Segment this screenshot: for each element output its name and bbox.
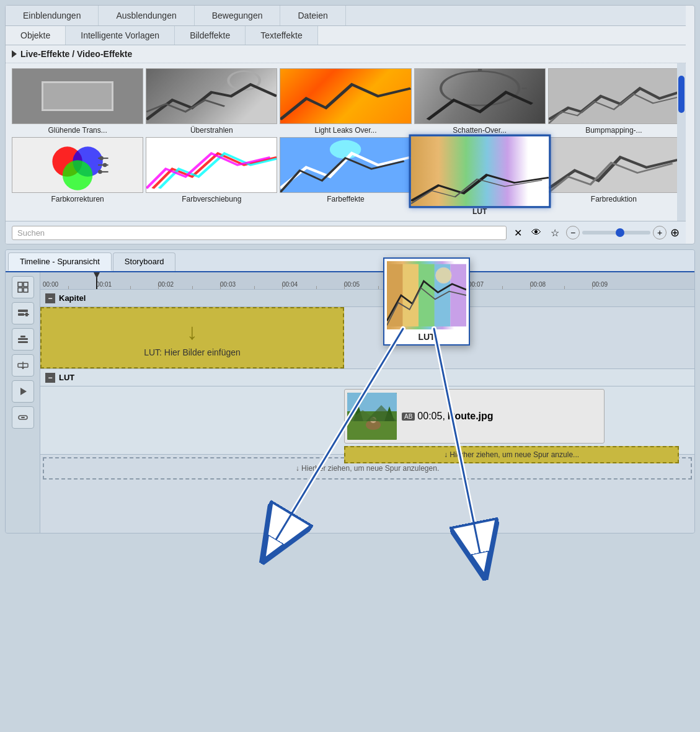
ruler-00-08: 00:08 (530, 281, 546, 288)
zoom-icon[interactable]: ⊕ (670, 226, 680, 239)
effect-ueberstrahlen[interactable]: Überstrahlen (146, 68, 277, 135)
add-track-btn[interactable] (12, 302, 34, 324)
effect-schatten[interactable]: Schatten-Over... (414, 68, 546, 135)
effect-farbkorrekturen[interactable]: Farbkorrekturen (12, 137, 143, 216)
zoom-in-button[interactable]: + (653, 226, 667, 239)
svg-point-6 (63, 160, 92, 190)
tab-bewegungen[interactable]: Bewegungen (195, 6, 281, 25)
top-panel: Einblendungen Ausblendungen Bewegungen D… (5, 5, 695, 244)
tab-dateien[interactable]: Dateien (280, 6, 345, 25)
timeline-tabs: Timeline - Spuransicht Storyboard (6, 250, 694, 272)
timeline-ruler: 00:00 00:01 00:02 00:03 00:04 00:05 00:0… (40, 272, 694, 290)
effect-lut[interactable]: LUT (414, 137, 546, 216)
lut-track-label: − LUT (40, 369, 694, 386)
link-btn[interactable] (12, 406, 34, 429)
effect-farbreduktion[interactable]: Farbreduktion (548, 137, 680, 216)
star-icon[interactable]: ☆ (547, 225, 562, 240)
effect-label-ueberstrahlen: Überstrahlen (190, 126, 233, 135)
ruler-00-00: 00:00 (43, 281, 58, 288)
zoom-out-button[interactable]: − (566, 226, 580, 239)
scrollbar-track[interactable] (677, 63, 686, 221)
effect-label-lightleaks: Light Leaks Over... (314, 126, 376, 135)
lut-clip-info: AB 00:05, Route.jpg (402, 411, 494, 422)
scrollbar-thumb[interactable] (678, 76, 684, 113)
ruler-00-01: 00:01 (96, 281, 112, 288)
zoom-slider: − + (566, 226, 667, 239)
effect-farbeffekte[interactable]: Farbeffekte (280, 137, 411, 216)
tab-texteffekte[interactable]: Texteffekte (246, 26, 317, 45)
effect-label-farbkorrekturen: Farbkorrekturen (51, 195, 104, 203)
kapitel-track-label: − Kapitel (40, 290, 694, 307)
collapse-triangle[interactable] (12, 50, 17, 58)
timeline-toolbar (6, 272, 40, 533)
tab-storyboard[interactable]: Storyboard (113, 252, 176, 271)
effect-bumpmapping[interactable]: Bumpmapping-... (548, 68, 680, 135)
kapitel-track-content: ↓ LUT: Hier Bilder einfügen (40, 307, 694, 368)
split-btn[interactable] (12, 354, 34, 377)
svg-rect-22 (18, 338, 28, 340)
layers-btn[interactable] (12, 328, 34, 350)
ruler-minor-4 (254, 286, 255, 289)
svg-rect-30 (21, 417, 25, 418)
eye-icon[interactable]: 👁 (529, 225, 544, 240)
ruler-minor-8 (502, 286, 503, 289)
effect-lightleaks[interactable]: Light Leaks Over... (280, 68, 411, 135)
svg-rect-23 (18, 341, 28, 343)
lut-clip[interactable]: AB 00:05, Route.jpg (344, 389, 605, 444)
lut-popup: LUT (383, 257, 470, 346)
tab-objekte[interactable]: Objekte (6, 26, 66, 45)
lut-popup-thumb (387, 261, 466, 329)
tab-timeline-spuransicht[interactable]: Timeline - Spuransicht (8, 252, 112, 271)
ruler-00-09: 00:09 (592, 281, 608, 288)
effect-label-farbverschiebung: Farbverschiebung (182, 195, 241, 203)
slider-track[interactable] (582, 231, 650, 234)
svg-point-45 (436, 267, 452, 283)
play-btn[interactable] (12, 380, 34, 403)
effect-gluehende[interactable]: Glühende Trans... (12, 68, 143, 135)
ruler-00-05: 00:05 (344, 281, 360, 288)
playhead[interactable] (96, 272, 97, 290)
svg-marker-27 (21, 367, 25, 369)
tab-ausblendungen[interactable]: Ausblendungen (99, 6, 194, 25)
tab-intelligente-vorlagen[interactable]: Intelligente Vorlagen (66, 26, 175, 45)
lut-track-content: AB 00:05, Route.jpg ↓ Hierher ziehen, um… (40, 386, 694, 454)
effect-label-lut: LUT (472, 207, 487, 216)
ruler-00-07: 00:07 (468, 281, 484, 288)
tab-bildeffekte[interactable]: Bildeffekte (175, 26, 246, 45)
effect-farbverschiebung[interactable]: Farbverschiebung (146, 137, 277, 216)
lut-drop-zone-text: ↓ Hierher ziehen, um neue Spur anzule... (444, 450, 579, 459)
svg-rect-17 (24, 288, 28, 292)
lut-insert-zone[interactable]: ↓ LUT: Hier Bilder einfügen (40, 307, 344, 368)
ab-badge: AB (402, 413, 415, 421)
kapitel-content-row: ↓ LUT: Hier Bilder einfügen (40, 307, 694, 369)
ruler-minor-2 (130, 286, 131, 289)
lut-track-row: AB 00:05, Route.jpg ↓ Hierher ziehen, um… (40, 386, 694, 455)
timeline-body: 00:00 00:01 00:02 00:03 00:04 00:05 00:0… (6, 272, 694, 533)
ruler-minor-5 (316, 286, 317, 289)
timeline-main: 00:00 00:01 00:02 00:03 00:04 00:05 00:0… (40, 272, 694, 533)
lut-minus-btn[interactable]: − (45, 373, 55, 383)
svg-rect-19 (18, 313, 24, 316)
tab-row-1: Einblendungen Ausblendungen Bewegungen D… (6, 6, 686, 26)
effect-label-farbreduktion: Farbreduktion (591, 195, 637, 203)
svg-rect-18 (18, 310, 28, 312)
effects-grid: Glühende Trans... Überstrahlen (6, 63, 686, 221)
svg-point-12 (98, 170, 102, 174)
kapitel-minus-btn[interactable]: − (45, 293, 55, 303)
clear-icon[interactable]: ✕ (510, 225, 525, 240)
grid-icon-btn[interactable] (12, 276, 34, 298)
insert-arrow-icon: ↓ (187, 319, 198, 345)
svg-rect-24 (20, 336, 25, 337)
bottom-drop-zone-text: ↓ Hierher ziehen, um neue Spur anzulegen… (296, 464, 439, 473)
search-input[interactable]: Suchen (12, 226, 507, 240)
ruler-00-03: 00:03 (220, 281, 236, 288)
slider-thumb (616, 228, 624, 237)
effect-label-farbeffekte: Farbeffekte (327, 195, 364, 203)
tab-einblendungen[interactable]: Einblendungen (6, 6, 99, 25)
svg-rect-14 (18, 282, 22, 287)
ruler-minor-3 (192, 286, 193, 289)
svg-rect-16 (18, 288, 22, 292)
lut-drop-zone[interactable]: ↓ Hierher ziehen, um neue Spur anzule... (344, 446, 679, 463)
ruler-minor-1 (68, 286, 69, 289)
search-bar: Suchen ✕ 👁 ☆ − + ⊕ (6, 221, 686, 244)
